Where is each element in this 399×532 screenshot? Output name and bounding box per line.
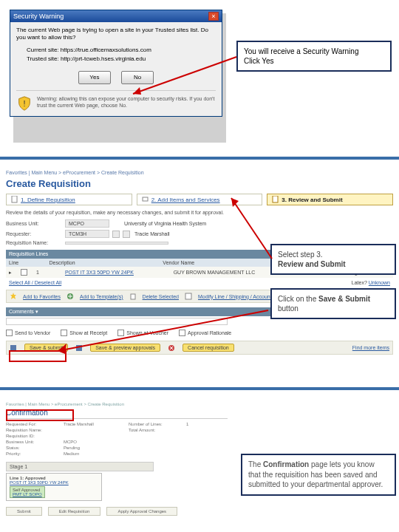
confirmation-fields: Requested For:Tracie Marshall Number of …	[6, 422, 393, 456]
k-reqid: Requisition ID:	[6, 434, 58, 438]
row-requester: Requester: TCM3H Tracie Marshall	[6, 230, 393, 238]
callout-confirmation: The Confirmation page lets you know that…	[241, 454, 396, 496]
k-pri: Priority:	[6, 451, 58, 456]
v-total	[186, 428, 231, 432]
row-business-unit: Business Unit: MCPO University of Virgin…	[6, 219, 393, 228]
reqname-input[interactable]	[65, 242, 168, 245]
section-security-warning: Security Warning × The current Web page …	[7, 7, 392, 155]
dialog-title: Security Warning	[13, 13, 64, 20]
breadcrumb[interactable]: Favorites | Main Menu > eProcurement > C…	[6, 170, 393, 175]
callout-save-submit: Click on the Save & Submit button	[270, 288, 396, 319]
svg-rect-7	[185, 293, 191, 299]
add-template-link[interactable]: Add to Template(s)	[80, 294, 123, 299]
trash-icon	[129, 293, 137, 300]
grid-title: Requisition Lines	[9, 251, 48, 257]
edit-icon	[185, 293, 192, 300]
plus-icon	[66, 293, 74, 300]
approval-status-badge: Self Approved PMT LT SOPO	[10, 486, 45, 498]
tab-label: 3. Review and Submit	[282, 197, 342, 203]
trusted-site-label: Trusted site:	[27, 55, 59, 62]
instructions: Review the details of your requisition, …	[6, 210, 393, 215]
v-reqid	[64, 434, 123, 438]
k-total: Total Amount:	[129, 428, 180, 432]
tab-define[interactable]: 1. Define Requisition	[6, 194, 132, 205]
approval-item[interactable]: POST IT 3X3 50PD YW 24PK	[10, 480, 98, 485]
confirmation-buttons: Submit Edit Requisition Apply Approval C…	[6, 507, 393, 516]
col-line: Line	[9, 260, 41, 265]
v-pri: Medium	[64, 451, 123, 456]
close-icon[interactable]: ×	[208, 12, 219, 21]
breadcrumb[interactable]: Favorites | Main Menu > eProcurement > C…	[6, 402, 393, 406]
section-divider	[0, 387, 399, 390]
callout-line: Select step 3.	[278, 250, 389, 259]
latex-value[interactable]: Unknown	[369, 280, 390, 285]
status-desc[interactable]: PMT LT SOPO	[13, 492, 42, 497]
tab-label: 2. Add Items and Services	[151, 197, 220, 203]
cell-vendor: GUY BROWN MANAGEMENT LLC	[174, 270, 273, 275]
requester-value: TCM3H	[65, 230, 109, 238]
lookup-icon[interactable]	[112, 231, 120, 238]
tab-label: 1. Define Requisition	[21, 197, 75, 203]
svg-rect-1	[12, 196, 17, 202]
highlight-save-button	[9, 350, 66, 362]
modify-link[interactable]: Modify Line / Shipping / Accounting	[198, 294, 279, 299]
find-more-link[interactable]: Find more items	[352, 345, 389, 350]
star-icon	[10, 293, 17, 300]
callout-line1: You will receive a Security Warning	[244, 47, 384, 56]
k-reqfor: Requested For:	[6, 422, 58, 426]
v-reqfor: Tracie Marshall	[64, 422, 123, 426]
section-divider	[0, 157, 399, 160]
ck-label: Send to Vendor	[15, 330, 50, 335]
v-lines: 1	[186, 422, 231, 426]
add-favorites-link[interactable]: Add to Favorites	[23, 294, 61, 299]
k-reqname: Requisition Name:	[6, 428, 58, 432]
requester-label: Requester:	[6, 231, 65, 236]
approval-box: Line 1: Approved POST IT 3X3 50PD YW 24P…	[6, 473, 102, 501]
section-create-requisition: Favorites | Main Menu > eProcurement > C…	[6, 170, 393, 384]
svg-text:!: !	[23, 98, 25, 107]
callout-text: button	[278, 304, 299, 313]
step-tabs: 1. Define Requisition 2. Add Items and S…	[6, 194, 393, 205]
svg-rect-6	[131, 294, 135, 299]
highlight-confirmation	[6, 409, 74, 421]
cell-desc[interactable]: POST IT 3X3 50PD YW 24PK	[65, 270, 165, 275]
bu-desc: University of Virginia Health System	[124, 221, 206, 226]
grid-footer: Select All / Deselect All Latex? Unknown	[6, 278, 393, 287]
edit-req-button[interactable]: Edit Requisition	[48, 507, 101, 516]
v-status: Pending	[64, 446, 123, 450]
delete-link[interactable]: Delete Selected	[143, 294, 179, 299]
callout-line2: Click Yes	[244, 56, 384, 66]
person-icon	[123, 231, 130, 238]
latex-label: Latex?	[352, 280, 367, 285]
reqname-label: Requisition Name:	[6, 240, 65, 245]
callout-step3: Select step 3. Review and Submit	[270, 244, 396, 275]
apply-approval-button[interactable]: Apply Approval Changes	[106, 507, 177, 516]
dialog-titlebar: Security Warning ×	[10, 10, 222, 22]
stage-header: Stage 1	[6, 462, 154, 471]
callout-text: Click on the	[278, 295, 318, 303]
svg-marker-4	[10, 293, 16, 299]
page-title: Create Requisition	[6, 178, 393, 189]
current-site-label: Current site:	[27, 47, 59, 53]
dialog-message: The current Web page is trying to open a…	[16, 27, 216, 42]
select-all-link[interactable]: Select All / Deselect All	[9, 280, 61, 285]
callout-security: You will receive a Security Warning Clic…	[236, 41, 392, 72]
bu-label: Business Unit:	[6, 221, 65, 226]
cart-icon	[142, 196, 149, 203]
k-status: Status:	[6, 446, 58, 450]
v-reqname	[64, 428, 123, 432]
current-site-value: https://true.officemaxsolutions.com	[61, 47, 151, 53]
yes-button[interactable]: Yes	[78, 71, 111, 84]
expand-row-icon[interactable]: ▸	[9, 270, 12, 276]
requester-desc: Tracie Marshall	[134, 231, 170, 236]
latex-field: Latex? Unknown	[352, 280, 390, 285]
col-desc: Description	[50, 260, 154, 265]
callout-bold: Review and Submit	[278, 260, 346, 268]
ck-vendor[interactable]: Send to Vendor	[6, 330, 50, 336]
tab-review-submit[interactable]: 3. Review and Submit	[267, 194, 393, 205]
svg-rect-2	[143, 197, 148, 201]
submit-button[interactable]: Submit	[6, 507, 42, 516]
bu-value: MCPO	[65, 219, 109, 228]
row-checkbox[interactable]	[21, 269, 27, 276]
section-confirmation: Favorites | Main Menu > eProcurement > C…	[6, 402, 393, 528]
